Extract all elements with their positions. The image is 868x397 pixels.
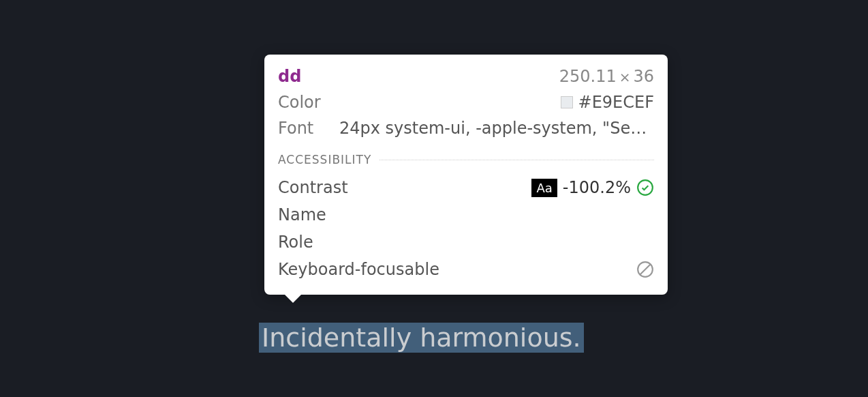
tooltip-header: dd 250.11×36 [278,67,654,86]
contrast-row: Contrast Aa -100.2% [278,176,654,199]
name-label: Name [278,205,326,224]
contrast-value-group: Aa -100.2% [531,178,654,197]
inspector-tooltip: dd 250.11×36 Color #E9ECEF Font 24px sys… [264,55,668,295]
dimension-width: 250.11 [559,67,617,86]
dimension-height: 36 [633,67,654,86]
color-label: Color [278,93,332,112]
role-label: Role [278,233,313,252]
color-value: #E9ECEF [578,93,654,112]
dimension-separator: × [619,69,631,85]
role-row: Role [278,231,654,254]
keyboard-focusable-row: Keyboard-focusable [278,258,654,281]
highlighted-element: Incidentally harmonious. [259,323,584,353]
color-swatch-icon [561,96,573,108]
contrast-value: -100.2% [563,178,631,197]
font-row: Font 24px system-ui, -apple-system, "Seg… [278,117,654,139]
element-dimensions: 250.11×36 [559,67,654,86]
keyboard-focusable-label: Keyboard-focusable [278,260,439,279]
svg-point-0 [638,180,653,195]
contrast-label: Contrast [278,178,348,197]
accessibility-section-header: ACCESSIBILITY [278,153,654,166]
font-value: 24px system-ui, -apple-system, "Segoe… [339,119,654,138]
svg-line-2 [640,264,650,274]
section-divider [379,160,654,160]
name-row: Name [278,203,654,226]
element-tag-name: dd [278,67,301,86]
not-allowed-icon [636,261,654,278]
contrast-badge: Aa [531,179,557,197]
check-circle-icon [636,179,654,196]
color-row: Color #E9ECEF [278,91,654,113]
color-value-group: #E9ECEF [561,93,654,112]
font-label: Font [278,119,332,138]
accessibility-title: ACCESSIBILITY [278,153,371,166]
